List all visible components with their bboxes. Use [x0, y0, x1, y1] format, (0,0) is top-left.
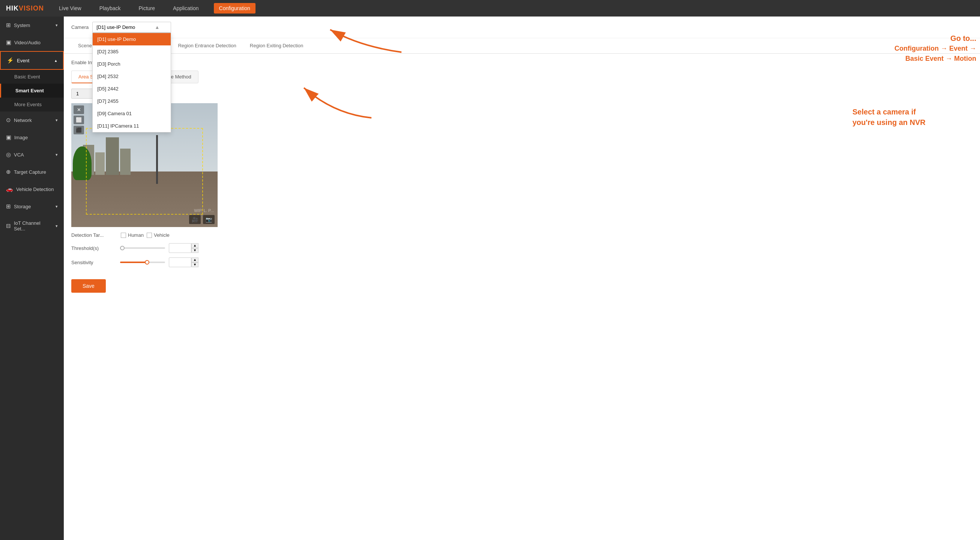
brand-name-part1: HIK — [6, 5, 19, 12]
video-detection-area — [86, 128, 203, 215]
camera-option-d1[interactable]: [D1] use-IP Demo — [93, 33, 171, 45]
threshold-input[interactable]: 0 — [169, 243, 191, 253]
system-icon: ⊞ — [6, 22, 11, 29]
sidebar-item-video-audio[interactable]: ▣ Video/Audio — [0, 34, 64, 51]
sidebar-label-image: Image — [14, 135, 28, 140]
sidebar-item-vehicle-detection[interactable]: 🚗 Vehicle Detection — [0, 180, 64, 198]
camera-option-d5[interactable]: [D5] 2442 — [93, 83, 171, 95]
sidebar-item-event[interactable]: ⚡ Event ▴ — [0, 51, 64, 70]
camera-dropdown-wrapper: [D1] use-IP Demo ▲ [D1] use-IP Demo [D2]… — [92, 22, 171, 33]
camera-dropdown-arrow-icon: ▲ — [154, 24, 159, 30]
sidebar-item-system[interactable]: ⊞ System ▾ — [0, 16, 64, 34]
sidebar-label-vehicle-detection: Vehicle Detection — [16, 186, 54, 192]
sensitivity-label: Sensitivity — [71, 260, 116, 265]
sidebar-item-more-events[interactable]: More Events — [0, 97, 64, 112]
sidebar-item-iot-channel[interactable]: ⊟ IoT Channel Set... ▾ — [0, 215, 64, 237]
video-snapshot-button[interactable]: 📷 — [203, 215, 215, 224]
sidebar-label-storage: Storage — [14, 204, 31, 209]
video-watermark: WIP. L. P... — [194, 208, 214, 213]
event-arrow-icon: ▴ — [55, 58, 57, 63]
sidebar-item-basic-event[interactable]: Basic Event — [0, 70, 64, 84]
event-icon: ⚡ — [7, 57, 14, 64]
tab-region-entrance[interactable]: Region Entrance Detection — [171, 38, 243, 54]
sidebar: ⊞ System ▾ ▣ Video/Audio ⚡ Event ▴ Basic… — [0, 16, 64, 540]
video-tool-draw[interactable]: ⬛ — [73, 126, 84, 134]
vehicle-checkbox[interactable] — [147, 233, 152, 238]
vca-arrow-icon: ▾ — [56, 152, 58, 157]
nav-configuration[interactable]: Configuration — [214, 3, 256, 13]
sidebar-item-target-capture[interactable]: ⊕ Target Capture — [0, 163, 64, 180]
iot-arrow-icon: ▾ — [56, 224, 58, 229]
sidebar-item-smart-event[interactable]: Smart Event — [0, 84, 64, 97]
enable-detection-row: Enable Intrusion Detection — [71, 60, 972, 65]
camera-option-d4[interactable]: [D4] 2532 — [93, 70, 171, 83]
brand-logo: HIKVISION — [6, 5, 44, 13]
video-audio-icon: ▣ — [6, 39, 11, 46]
network-icon: ⊙ — [6, 117, 11, 123]
nav-application[interactable]: Application — [170, 4, 202, 13]
human-checkbox-item: Human — [121, 232, 144, 238]
nav-picture[interactable]: Picture — [136, 4, 158, 13]
nav-playback[interactable]: Playback — [96, 4, 124, 13]
detection-target-options: Human Vehicle — [121, 232, 170, 238]
threshold-up-button[interactable]: ▲ — [191, 243, 199, 248]
video-record-button[interactable]: 🎥 — [189, 215, 201, 224]
sidebar-subnav-event: Basic Event Smart Event More Events — [0, 70, 64, 112]
storage-icon: ⊞ — [6, 203, 11, 210]
nav-live-view[interactable]: Live View — [56, 4, 84, 13]
camera-selector-row: Camera [D1] use-IP Demo ▲ [D1] use-IP De… — [64, 16, 980, 38]
brand-name-part2: VISION — [19, 5, 44, 12]
system-arrow-icon: ▾ — [56, 23, 58, 28]
threshold-down-button[interactable]: ▼ — [191, 248, 199, 253]
threshold-slider-thumb[interactable] — [120, 246, 124, 250]
sidebar-label-video-audio: Video/Audio — [14, 40, 41, 45]
storage-arrow-icon: ▾ — [56, 204, 58, 209]
target-capture-icon: ⊕ — [6, 169, 11, 175]
vehicle-label: Vehicle — [154, 232, 170, 238]
sensitivity-spinners: ▲ ▼ — [191, 257, 199, 267]
tab-region-exiting[interactable]: Region Exiting Detection — [243, 38, 310, 54]
vehicle-detection-icon: 🚗 — [6, 186, 13, 193]
video-toolbar: ✕ ⬜ ⬛ — [71, 103, 86, 137]
iot-icon: ⊟ — [6, 223, 11, 229]
network-arrow-icon: ▾ — [56, 118, 58, 123]
camera-select[interactable]: [D1] use-IP Demo ▲ — [92, 22, 171, 33]
camera-selected-value: [D1] use-IP Demo — [96, 24, 135, 30]
area-selector-row: 1 2 3 4 — [71, 89, 972, 99]
sensitivity-input[interactable]: 60 — [169, 257, 191, 267]
sidebar-item-vca[interactable]: ◎ VCA ▾ — [0, 146, 64, 163]
human-checkbox[interactable] — [121, 233, 126, 238]
sidebar-label-target-capture: Target Capture — [14, 169, 46, 175]
camera-option-d2[interactable]: [D2] 2385 — [93, 45, 171, 58]
video-tool-close[interactable]: ✕ — [73, 105, 84, 114]
threshold-row: Threshold(s) 0 ▲ ▼ — [71, 243, 972, 253]
sensitivity-slider-thumb[interactable] — [145, 260, 150, 264]
vca-icon: ◎ — [6, 151, 11, 158]
image-icon: ▣ — [6, 134, 11, 141]
camera-option-d9[interactable]: [D9] Camera 01 — [93, 107, 171, 120]
camera-label: Camera — [71, 24, 89, 30]
sensitivity-down-button[interactable]: ▼ — [191, 262, 199, 267]
camera-option-d3[interactable]: [D3] Porch — [93, 58, 171, 70]
sidebar-item-image[interactable]: ▣ Image — [0, 129, 64, 146]
sensitivity-value-group: 60 ▲ ▼ — [169, 257, 199, 267]
sensitivity-row: Sensitivity 60 ▲ ▼ — [71, 257, 972, 267]
threshold-slider-track — [120, 247, 165, 249]
video-tool-select[interactable]: ⬜ — [73, 116, 84, 124]
detection-target-label: Detection Tar... — [71, 232, 116, 238]
sensitivity-up-button[interactable]: ▲ — [191, 257, 199, 262]
sensitivity-slider-fill — [120, 261, 147, 263]
tabs-row: Scene Change Detection Intrusion Region … — [64, 38, 980, 54]
camera-option-d11[interactable]: [D11] IPCamera 11 — [93, 120, 171, 132]
camera-option-d7[interactable]: [D7] 2455 — [93, 95, 171, 107]
camera-dropdown-menu: [D1] use-IP Demo [D2] 2385 [D3] Porch [D… — [92, 33, 171, 132]
detection-target-row: Detection Tar... Human Vehicle — [71, 232, 972, 238]
sensitivity-slider-track — [120, 261, 165, 263]
threshold-value-group: 0 ▲ ▼ — [169, 243, 199, 253]
save-button[interactable]: Save — [71, 279, 106, 293]
sidebar-label-network: Network — [14, 118, 32, 123]
sidebar-item-storage[interactable]: ⊞ Storage ▾ — [0, 198, 64, 215]
sidebar-label-iot-channel: IoT Channel Set... — [14, 220, 52, 231]
sidebar-item-network[interactable]: ⊙ Network ▾ — [0, 112, 64, 129]
vehicle-checkbox-item: Vehicle — [147, 232, 170, 238]
